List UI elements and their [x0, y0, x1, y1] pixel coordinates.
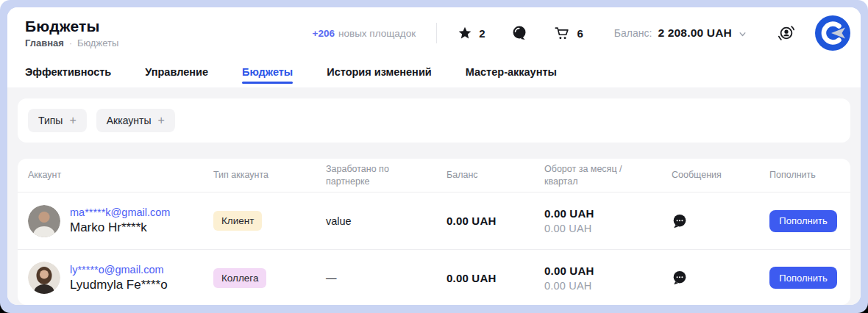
row-messages-button[interactable] [672, 213, 688, 229]
tab-budgets[interactable]: Бюджеты [242, 60, 293, 87]
tab-master-accounts[interactable]: Мастер-аккаунты [466, 60, 557, 87]
chat-bubble-dots-icon [672, 270, 688, 286]
tab-management[interactable]: Управление [145, 60, 208, 87]
row-messages-button[interactable] [672, 270, 688, 286]
plus-icon: + [69, 114, 76, 127]
accounts-table-card: Аккаунт Тип аккаунта Заработано по партн… [18, 159, 850, 305]
turnover-month: 0.00 UAH [544, 265, 672, 277]
new-sites-link[interactable]: +206 новых площадок [313, 28, 416, 39]
main-section: Типы + Аккаунты + Аккаунт Тип аккаунта З… [7, 87, 861, 305]
column-header-topup: Пополнить [769, 169, 840, 181]
tab-bar: Эффективность Управление Бюджеты История… [7, 59, 861, 87]
new-sites-count: +206 [313, 28, 335, 39]
topup-cell: Пополнить [769, 267, 840, 289]
title-block: Бюджеты Главная · Бюджеты [25, 18, 118, 48]
table-row: ma*****k@gmail.com Marko Hr****k Клиент … [18, 193, 850, 249]
shopping-cart-icon [554, 25, 570, 41]
breadcrumb: Главная · Бюджеты [25, 37, 118, 48]
user-activity-button[interactable] [777, 24, 796, 43]
turnover-cell: 0.00 UAH 0.00 UAH [544, 265, 672, 292]
filter-accounts-chip[interactable]: Аккаунты + [96, 109, 175, 132]
chevron-down-icon [738, 29, 747, 39]
account-type-badge: Клиент [213, 211, 262, 231]
filters-card: Типы + Аккаунты + [18, 98, 850, 143]
balance-cell: 0.00 UAH [447, 272, 544, 284]
balance-amount: 2 208.00 UAH [658, 26, 732, 40]
filter-types-label: Типы [38, 115, 63, 126]
page-content: Бюджеты Главная · Бюджеты +206 новых пло… [7, 7, 861, 305]
balance-label: Баланс: [614, 27, 652, 39]
account-email-link[interactable]: ly*****o@gmail.com [70, 264, 168, 276]
account-name: Lyudmyla Fe****o [70, 278, 168, 292]
cart-counter[interactable]: 6 [554, 25, 583, 41]
filter-accounts-label: Аккаунты [107, 115, 152, 126]
filter-types-chip[interactable]: Типы + [28, 109, 87, 132]
account-type-cell: Коллега [213, 268, 326, 288]
user-broadcast-icon [777, 24, 796, 43]
avatar [28, 262, 60, 294]
table-row: ly*****o@gmail.com Lyudmyla Fe****o Колл… [18, 249, 850, 305]
account-email-link[interactable]: ma*****k@gmail.com [70, 206, 170, 218]
earned-cell: value [326, 215, 447, 227]
breadcrumb-separator: · [69, 38, 72, 48]
plus-icon: + [157, 114, 164, 127]
logo-icon [815, 15, 850, 51]
column-header-account: Аккаунт [28, 169, 213, 181]
app-viewport: Бюджеты Главная · Бюджеты +206 новых пло… [0, 0, 868, 313]
topup-button[interactable]: Пополнить [769, 267, 837, 289]
balance-dropdown[interactable]: Баланс: 2 208.00 UAH [614, 26, 747, 40]
turnover-cell: 0.00 UAH 0.00 UAH [544, 207, 672, 234]
column-header-messages: Сообщения [672, 169, 769, 181]
account-identity: ly*****o@gmail.com Lyudmyla Fe****o [70, 264, 168, 292]
header-divider [436, 23, 437, 43]
column-header-earned: Заработано по партнерке [326, 163, 447, 188]
breadcrumb-home-link[interactable]: Главная [25, 37, 64, 48]
avatar [28, 205, 60, 237]
messages-button[interactable] [511, 25, 527, 41]
account-identity: ma*****k@gmail.com Marko Hr****k [70, 206, 170, 235]
header-right: +206 новых площадок 2 [313, 15, 850, 51]
column-header-turnover: Оборот за месяц / квартал [544, 163, 672, 188]
account-cell: ly*****o@gmail.com Lyudmyla Fe****o [28, 262, 213, 294]
account-type-cell: Клиент [213, 211, 326, 231]
favorites-count: 2 [479, 27, 485, 40]
breadcrumb-current: Бюджеты [77, 37, 118, 48]
favorites-counter[interactable]: 2 [458, 26, 485, 40]
earned-cell: — [326, 272, 447, 284]
messages-cell [672, 270, 769, 286]
top-header: Бюджеты Главная · Бюджеты +206 новых пло… [7, 7, 861, 59]
tab-change-history[interactable]: История изменений [327, 60, 431, 87]
turnover-quarter: 0.00 UAH [544, 280, 672, 292]
page-title: Бюджеты [25, 18, 118, 35]
account-type-badge: Коллега [213, 268, 266, 288]
column-header-account-type: Тип аккаунта [213, 169, 326, 181]
chat-bubble-icon [511, 25, 527, 41]
account-cell: ma*****k@gmail.com Marko Hr****k [28, 205, 213, 237]
table-header-row: Аккаунт Тип аккаунта Заработано по партн… [18, 159, 850, 193]
new-sites-label: новых площадок [338, 28, 416, 39]
chat-bubble-dots-icon [672, 213, 688, 229]
messages-cell [672, 213, 769, 229]
collaborator-logo[interactable] [815, 15, 850, 51]
turnover-quarter: 0.00 UAH [544, 223, 672, 234]
topup-button[interactable]: Пополнить [769, 210, 837, 232]
column-header-balance: Баланс [447, 169, 544, 181]
cart-count: 6 [577, 27, 583, 40]
balance-cell: 0.00 UAH [447, 215, 544, 227]
tab-effectiveness[interactable]: Эффективность [25, 60, 111, 87]
account-name: Marko Hr****k [70, 220, 170, 235]
turnover-month: 0.00 UAH [544, 207, 672, 220]
star-icon [458, 26, 472, 40]
topup-cell: Пополнить [769, 210, 840, 232]
